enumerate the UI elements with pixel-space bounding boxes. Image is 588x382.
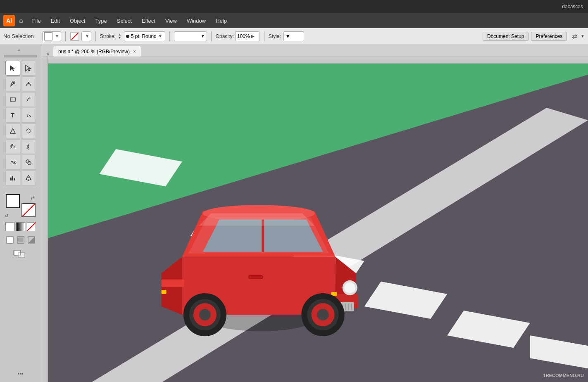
stroke-weight-stepper[interactable]: ▲ ▼ <box>118 33 121 40</box>
canvas-area[interactable]: 1RECOMMEND.RU <box>41 57 588 382</box>
text-tool-button[interactable]: T <box>5 108 20 123</box>
tool-row-6 <box>5 139 36 154</box>
ai-logo-icon: Ai <box>3 15 15 26</box>
selection-tool-button[interactable] <box>5 61 20 76</box>
invert-screen-icon[interactable] <box>27 235 36 244</box>
svg-rect-56 <box>162 290 167 294</box>
warp-tool-button[interactable] <box>5 155 20 170</box>
divider-2 <box>95 31 96 41</box>
svg-point-44 <box>345 282 355 293</box>
fill-dropdown[interactable]: ▼ <box>42 31 61 41</box>
shape-builder-tool-button[interactable] <box>21 155 36 170</box>
menu-object[interactable]: Object <box>66 16 90 26</box>
svg-rect-18 <box>18 237 23 242</box>
normal-screen-icon[interactable] <box>5 235 14 244</box>
preferences-button[interactable]: Preferences <box>531 32 567 41</box>
paintbrush-tool-button[interactable] <box>21 92 36 107</box>
style-label: Style: <box>269 33 281 39</box>
anchor-point-tool-button[interactable] <box>5 123 20 138</box>
artboard-mode-icon[interactable] <box>12 249 29 265</box>
menu-effect[interactable]: Effect <box>138 16 159 26</box>
toolbar: No Selection ▼ ▼ Stroke: ▲ ▼ 5 pt. Round… <box>0 28 588 45</box>
home-icon[interactable]: ⌂ <box>19 17 23 24</box>
opacity-value: 100% <box>237 33 250 39</box>
stroke-weight-value: 5 pt. Round <box>131 33 157 39</box>
collapse-panel-button[interactable]: « <box>45 50 51 57</box>
svg-point-61 <box>317 309 329 320</box>
menu-window[interactable]: Window <box>183 16 210 26</box>
opacity-input[interactable]: 100% ▶ <box>235 31 260 41</box>
pen-tool-button[interactable] <box>5 76 20 91</box>
opacity-screen-icon[interactable] <box>16 235 25 244</box>
divider-1 <box>65 31 66 41</box>
document-tab[interactable]: bus.ai* @ 200 % (RGB/Preview) × <box>53 46 141 57</box>
curvature-tool-button[interactable] <box>21 76 36 91</box>
tool-row-8 <box>5 171 36 185</box>
variable-width-input[interactable]: ▼ <box>174 31 207 41</box>
more-tools-button[interactable]: ••• <box>18 371 23 377</box>
style-arrow: ▼ <box>286 33 290 39</box>
menu-view[interactable]: View <box>161 16 181 26</box>
svg-rect-16 <box>7 237 13 243</box>
svg-rect-14 <box>14 178 15 180</box>
reset-colors-icon[interactable]: ↺ <box>5 214 8 218</box>
stroke-weight-input[interactable]: 5 pt. Round ▼ <box>124 31 165 41</box>
menu-help[interactable]: Help <box>212 16 231 26</box>
ruler-left <box>41 57 48 382</box>
menu-file[interactable]: File <box>28 16 45 26</box>
screen-mode-icons <box>5 235 36 244</box>
svg-marker-57 <box>199 213 315 225</box>
direct-selection-tool-button[interactable] <box>21 61 36 76</box>
column-graph-tool-button[interactable] <box>5 171 20 185</box>
title-bar: dacascas <box>0 0 588 13</box>
stroke-color-well[interactable] <box>21 203 36 217</box>
opacity-group: Opacity: 100% ▶ <box>216 31 260 41</box>
stroke-weight-arrow: ▼ <box>158 34 162 38</box>
menu-bar: Ai ⌂ File Edit Object Type Select Effect… <box>0 13 588 28</box>
stroke-icon-section: ▼ <box>70 31 91 41</box>
rectangle-tool-button[interactable] <box>5 92 20 107</box>
fill-color-well[interactable] <box>6 194 20 208</box>
menu-type[interactable]: Type <box>91 16 111 26</box>
tool-row-4: T T <box>5 108 36 123</box>
tool-row-7 <box>5 155 36 170</box>
divider-4 <box>211 31 212 41</box>
swap-colors-icon[interactable]: ⇄ <box>31 195 35 201</box>
opacity-arrow: ▶ <box>251 34 255 38</box>
live-paint-bucket-tool-button[interactable] <box>21 171 36 185</box>
lasso-tool-button[interactable] <box>21 123 36 138</box>
touch-type-tool-button[interactable]: T <box>21 108 36 123</box>
tool-row-1 <box>5 61 36 76</box>
tool-row-5 <box>5 123 36 138</box>
menu-select[interactable]: Select <box>113 16 136 26</box>
svg-rect-66 <box>248 275 263 279</box>
collapse-left-panel-icon[interactable]: « <box>18 48 23 52</box>
fill-color-swatch[interactable] <box>44 32 52 40</box>
svg-point-2 <box>13 82 15 83</box>
svg-text:T: T <box>26 113 29 118</box>
style-dropdown[interactable]: ▼ <box>283 31 304 41</box>
rotate-tool-button[interactable] <box>5 139 20 154</box>
opacity-label: Opacity: <box>216 33 234 39</box>
document-setup-button[interactable]: Document Setup <box>483 32 528 41</box>
stroke-dropdown[interactable]: ▼ <box>81 31 91 41</box>
reflect-tool-button[interactable] <box>21 139 36 154</box>
stroke-dot <box>126 35 129 38</box>
svg-rect-12 <box>10 178 12 180</box>
stroke-icon <box>70 31 80 41</box>
tab-title: bus.ai* @ 200 % (RGB/Preview) <box>58 49 130 55</box>
color-mode-icons <box>5 222 36 231</box>
menu-edit[interactable]: Edit <box>47 16 64 26</box>
none-icon[interactable] <box>27 222 36 231</box>
svg-rect-4 <box>10 98 15 101</box>
toolbar-overflow-arrow[interactable]: ▼ <box>581 34 585 38</box>
left-toolbar: « T <box>0 45 41 382</box>
tab-close-button[interactable]: × <box>133 49 136 55</box>
variable-width-arrow: ▼ <box>201 34 205 38</box>
selection-section: No Selection ▼ <box>3 31 61 41</box>
solid-color-icon[interactable] <box>5 222 14 231</box>
workspace-switcher-icon[interactable]: ⇄ <box>572 32 577 40</box>
tool-row-2 <box>5 76 36 91</box>
illustration-canvas[interactable] <box>41 57 588 382</box>
gradient-icon[interactable] <box>16 222 25 231</box>
